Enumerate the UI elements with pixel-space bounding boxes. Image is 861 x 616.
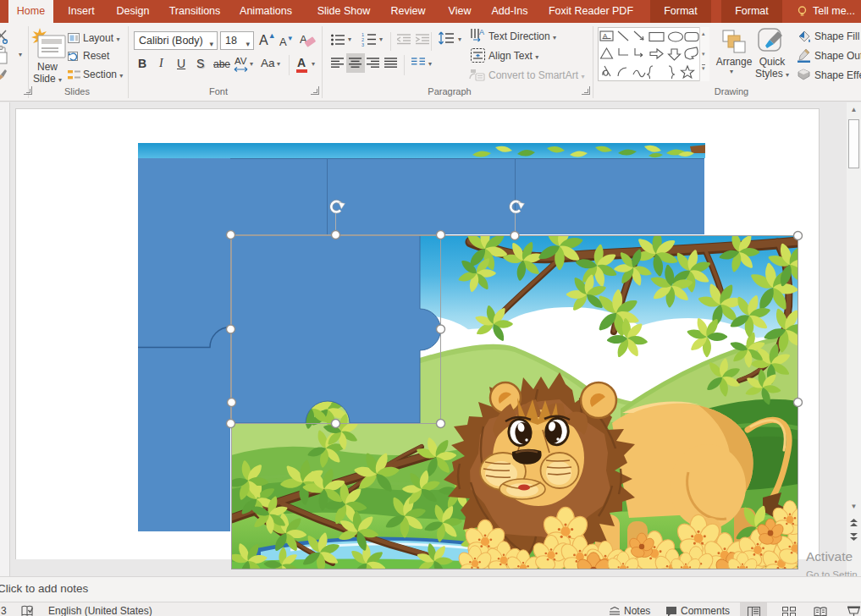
svg-text:A: A	[479, 28, 484, 36]
svg-text:A: A	[603, 32, 608, 40]
svg-text:3: 3	[362, 42, 364, 47]
